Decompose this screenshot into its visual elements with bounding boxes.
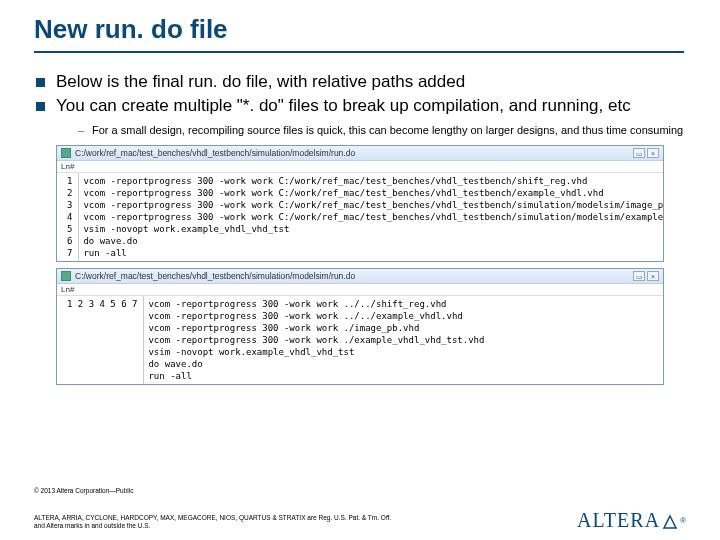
content-area: Below is the final run. do file, with re… [0, 53, 720, 385]
altera-logo: ALTERA ® [577, 509, 686, 532]
line-gutter: 1 2 3 4 5 6 7 [57, 173, 79, 261]
line-number-header: Ln# [57, 161, 663, 173]
code-area: 1 2 3 4 5 6 7 vcom -reportprogress 300 -… [57, 296, 663, 384]
line-gutter: 1 2 3 4 5 6 7 [57, 296, 144, 384]
code-content[interactable]: vcom -reportprogress 300 -work work ../.… [144, 296, 488, 384]
window-controls: ▭ × [633, 148, 659, 158]
sub-bullet-list: For a small design, recompiling source f… [78, 123, 686, 137]
bullet-item: Below is the final run. do file, with re… [34, 71, 686, 93]
editor-titlebar: C:/work/ref_mac/test_benches/vhdl_testbe… [57, 269, 663, 284]
triangle-icon [662, 514, 678, 530]
editor-path: C:/work/ref_mac/test_benches/vhdl_testbe… [75, 148, 355, 158]
page-title: New run. do file [0, 0, 720, 45]
close-button[interactable]: × [647, 271, 659, 281]
editor-path: C:/work/ref_mac/test_benches/vhdl_testbe… [75, 271, 355, 281]
bullet-item: You can create multiple "*. do" files to… [34, 95, 686, 137]
code-area: 1 2 3 4 5 6 7 vcom -reportprogress 300 -… [57, 173, 663, 261]
editor-titlebar: C:/work/ref_mac/test_benches/vhdl_testbe… [57, 146, 663, 161]
copyright-text: © 2013 Altera Corporation—Public [34, 487, 133, 494]
bullet-list: Below is the final run. do file, with re… [34, 71, 686, 137]
file-icon [61, 271, 71, 281]
restore-button[interactable]: ▭ [633, 148, 645, 158]
window-controls: ▭ × [633, 271, 659, 281]
svg-marker-0 [664, 516, 676, 528]
logo-text: ALTERA [577, 509, 678, 532]
sub-bullet-item: For a small design, recompiling source f… [78, 123, 686, 137]
close-button[interactable]: × [647, 148, 659, 158]
registered-mark: ® [680, 516, 686, 525]
code-content[interactable]: vcom -reportprogress 300 -work work C:/w… [79, 173, 664, 261]
restore-button[interactable]: ▭ [633, 271, 645, 281]
footer-line-1: ALTERA, ARRIA, CYCLONE, HARDCOPY, MAX, M… [34, 514, 391, 521]
footer-line-2: and Altera marks in and outside the U.S. [34, 522, 150, 529]
editor-window-1: C:/work/ref_mac/test_benches/vhdl_testbe… [56, 145, 664, 262]
editor-window-2: C:/work/ref_mac/test_benches/vhdl_testbe… [56, 268, 664, 385]
bullet-text: You can create multiple "*. do" files to… [56, 96, 631, 115]
file-icon [61, 148, 71, 158]
line-number-header: Ln# [57, 284, 663, 296]
